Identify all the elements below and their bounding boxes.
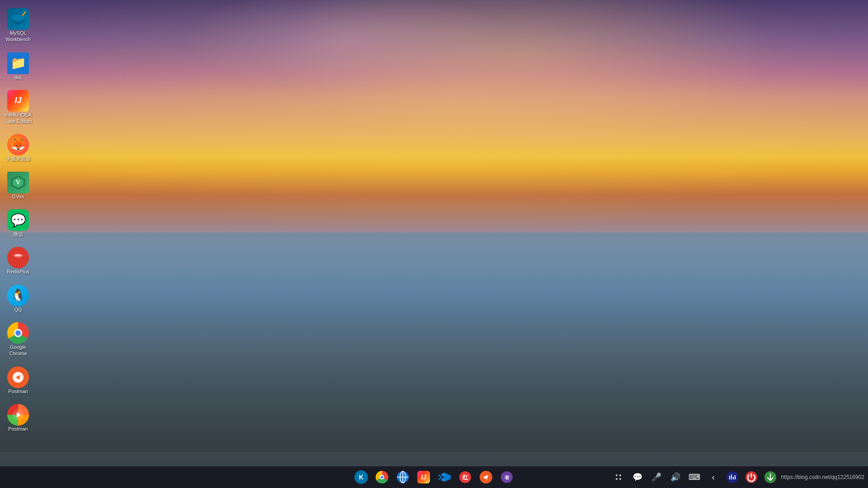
svg-text:有: 有 [504,475,510,480]
chrome-icon [7,322,29,344]
svg-point-22 [619,474,621,476]
svg-point-23 [616,478,618,480]
taskbar-intellij[interactable]: IJ [414,467,434,487]
chrome-label: GoogleChrome [9,344,27,357]
desktop-icon-redisplus[interactable]: RedisPlus [1,243,35,278]
svg-text:K: K [359,474,363,481]
desktop-icon-firefox[interactable]: 🦊 火狐浏览器 [1,130,35,165]
desktop-icon-intellij[interactable]: IJ IntelliJ IDEA...ate Edition [1,86,35,128]
redis-icon [7,247,29,268]
taskbar-apps: K IJ [351,467,517,487]
svg-point-21 [616,474,618,476]
desktop-icon-area: MySQL Workbench 📁 doc IJ IntelliJ IDEA..… [0,0,36,440]
desktop-icon-chrome[interactable]: GoogleChrome [1,319,35,361]
firefox-label: 火狐浏览器 [6,155,31,162]
tray-volume[interactable]: 🔊 [667,469,684,485]
postman-orange-icon [7,366,29,388]
qq-icon: 🐧 [7,285,29,306]
tray-extra-apps[interactable] [610,469,627,485]
svg-rect-29 [735,475,736,479]
taskbar-chrome[interactable] [372,467,392,487]
doc-label: doc [14,74,22,80]
taskbar-url: https://blog.csdn.net/qq122516902 [781,474,864,480]
taskbar-postman[interactable] [476,467,496,487]
taskbar-browser2[interactable] [393,467,413,487]
taskbar-redapp[interactable]: 红 [455,467,475,487]
svg-text:V: V [16,179,20,186]
desktop-icon-mysql-workbench[interactable]: MySQL Workbench [1,5,35,47]
firefox-icon: 🦊 [7,134,29,155]
taskbar-vscode[interactable] [434,467,454,487]
intellij-label: IntelliJ IDEA...ate Edition [4,112,32,125]
svg-rect-9 [13,258,24,259]
wechat-label: 微信 [13,231,23,237]
wechat-icon: 💬 [7,209,29,231]
taskbar-start-button[interactable]: K [351,467,371,487]
gvim-label: GVim [12,193,24,200]
svg-rect-26 [729,476,730,479]
tray-mic[interactable]: 🎤 [648,469,665,485]
desktop-icon-gvim[interactable]: V GVim [1,168,35,203]
tray-updates[interactable] [762,469,778,485]
taskbar-dict[interactable]: 有 [497,467,517,487]
desktop-icon-postman-multi[interactable]: Postman [1,400,35,436]
svg-point-24 [619,478,621,480]
doc-folder-icon: 📁 [7,52,29,74]
mysql-workbench-label: MySQL Workbench [4,30,33,43]
postman-multi-icon [7,404,29,426]
taskbar: K IJ [0,466,868,488]
tray-back[interactable]: ‹ [705,469,722,485]
tray-power[interactable] [743,469,760,485]
desktop-icon-wechat[interactable]: 💬 微信 [1,206,35,241]
desktop-icon-qq[interactable]: 🐧 QQ [1,281,35,316]
desktop: MySQL Workbench 📁 doc IJ IntelliJ IDEA..… [0,0,868,488]
postman-multi-label: Postman [8,426,28,432]
redisplus-label: RedisPlus [7,268,29,275]
taskbar-tray: 💬 🎤 🔊 ⌨ ‹ [610,469,864,485]
desktop-icon-postman-orange[interactable]: Postman [1,363,35,398]
desktop-icon-doc[interactable]: 📁 doc [1,49,35,84]
svg-rect-27 [731,474,732,479]
postman-orange-label: Postman [8,388,28,394]
qq-label: QQ [14,306,22,313]
svg-text:红: 红 [462,474,469,481]
svg-rect-28 [733,477,734,479]
svg-rect-8 [13,256,24,257]
intellij-icon: IJ [7,90,29,112]
gvim-icon: V [7,172,29,193]
chrome-inner-circle [14,329,22,337]
tray-audio-settings[interactable] [724,469,741,485]
tray-keyboard[interactable]: ⌨ [686,469,703,485]
mysql-icon [7,8,29,30]
tray-wechat[interactable]: 💬 [629,469,646,485]
svg-point-25 [726,471,738,483]
